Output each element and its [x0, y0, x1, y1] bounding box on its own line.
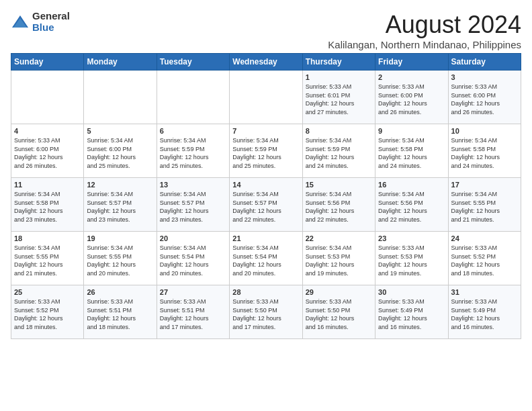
- day-number: 1: [306, 73, 372, 81]
- day-info: Sunrise: 5:33 AM Sunset: 5:49 PM Dayligh…: [378, 298, 445, 331]
- day-cell: 12Sunrise: 5:34 AM Sunset: 5:57 PM Dayli…: [84, 178, 157, 232]
- day-info: Sunrise: 5:34 AM Sunset: 5:58 PM Dayligh…: [451, 136, 518, 170]
- day-cell: 19Sunrise: 5:34 AM Sunset: 5:55 PM Dayli…: [84, 232, 157, 285]
- day-cell: 29Sunrise: 5:33 AM Sunset: 5:50 PM Dayli…: [302, 285, 375, 339]
- day-cell: 8Sunrise: 5:34 AM Sunset: 5:59 PM Daylig…: [302, 124, 375, 178]
- day-info: Sunrise: 5:34 AM Sunset: 5:53 PM Dayligh…: [306, 244, 372, 277]
- day-number: 18: [14, 234, 81, 242]
- day-cell: 22Sunrise: 5:34 AM Sunset: 5:53 PM Dayli…: [302, 232, 375, 285]
- day-cell: 28Sunrise: 5:33 AM Sunset: 5:50 PM Dayli…: [230, 285, 302, 339]
- day-number: 22: [306, 234, 372, 242]
- day-info: Sunrise: 5:34 AM Sunset: 5:56 PM Dayligh…: [378, 190, 445, 224]
- day-info: Sunrise: 5:33 AM Sunset: 5:50 PM Dayligh…: [232, 298, 299, 331]
- day-info: Sunrise: 5:34 AM Sunset: 5:57 PM Dayligh…: [232, 190, 299, 224]
- day-cell: 26Sunrise: 5:33 AM Sunset: 5:51 PM Dayli…: [84, 285, 157, 339]
- day-info: Sunrise: 5:34 AM Sunset: 5:59 PM Dayligh…: [306, 136, 372, 170]
- header-saturday: Saturday: [448, 54, 521, 71]
- day-info: Sunrise: 5:34 AM Sunset: 5:57 PM Dayligh…: [87, 190, 153, 224]
- day-number: 8: [306, 127, 372, 135]
- day-number: 17: [451, 181, 518, 189]
- day-number: 9: [378, 127, 445, 135]
- day-info: Sunrise: 5:33 AM Sunset: 5:51 PM Dayligh…: [87, 298, 153, 331]
- header-monday: Monday: [84, 54, 157, 71]
- header-thursday: Thursday: [302, 54, 375, 71]
- day-cell: 31Sunrise: 5:33 AM Sunset: 5:49 PM Dayli…: [448, 285, 521, 339]
- day-info: Sunrise: 5:33 AM Sunset: 6:01 PM Dayligh…: [306, 83, 372, 116]
- day-info: Sunrise: 5:34 AM Sunset: 5:58 PM Dayligh…: [378, 136, 445, 170]
- day-info: Sunrise: 5:34 AM Sunset: 5:56 PM Dayligh…: [306, 190, 372, 224]
- logo-general-text: General: [32, 11, 70, 22]
- day-info: Sunrise: 5:33 AM Sunset: 6:00 PM Dayligh…: [451, 83, 518, 116]
- day-cell: 11Sunrise: 5:34 AM Sunset: 5:58 PM Dayli…: [11, 178, 84, 232]
- day-cell: [84, 71, 157, 124]
- day-number: 7: [232, 127, 299, 135]
- day-cell: 18Sunrise: 5:34 AM Sunset: 5:55 PM Dayli…: [11, 232, 84, 285]
- title-block: August 2024 Kalilangan, Northern Mindana…: [328, 11, 521, 50]
- day-number: 3: [451, 73, 518, 81]
- day-number: 12: [87, 181, 153, 189]
- day-cell: 24Sunrise: 5:33 AM Sunset: 5:52 PM Dayli…: [448, 232, 521, 285]
- day-number: 20: [160, 234, 226, 242]
- day-number: 11: [14, 181, 81, 189]
- day-cell: 10Sunrise: 5:34 AM Sunset: 5:58 PM Dayli…: [448, 124, 521, 178]
- logo: General Blue: [11, 11, 70, 33]
- day-number: 5: [87, 127, 153, 135]
- header-friday: Friday: [375, 54, 448, 71]
- day-cell: 16Sunrise: 5:34 AM Sunset: 5:56 PM Dayli…: [375, 178, 448, 232]
- week-row-0: 1Sunrise: 5:33 AM Sunset: 6:01 PM Daylig…: [11, 71, 521, 124]
- day-number: 6: [160, 127, 226, 135]
- day-number: 14: [232, 181, 299, 189]
- header-wednesday: Wednesday: [230, 54, 302, 71]
- logo-icon: [11, 13, 30, 32]
- day-number: 29: [306, 288, 372, 296]
- day-info: Sunrise: 5:34 AM Sunset: 5:55 PM Dayligh…: [14, 244, 81, 277]
- logo-blue-text: Blue: [32, 22, 70, 34]
- day-number: 15: [306, 181, 372, 189]
- day-info: Sunrise: 5:33 AM Sunset: 5:50 PM Dayligh…: [306, 298, 372, 331]
- day-cell: 20Sunrise: 5:34 AM Sunset: 5:54 PM Dayli…: [157, 232, 229, 285]
- day-cell: [11, 71, 84, 124]
- day-number: 24: [451, 234, 518, 242]
- day-cell: 21Sunrise: 5:34 AM Sunset: 5:54 PM Dayli…: [230, 232, 302, 285]
- day-info: Sunrise: 5:33 AM Sunset: 5:53 PM Dayligh…: [378, 244, 445, 277]
- day-cell: 7Sunrise: 5:34 AM Sunset: 5:59 PM Daylig…: [230, 124, 302, 178]
- day-number: 19: [87, 234, 153, 242]
- day-info: Sunrise: 5:34 AM Sunset: 5:59 PM Dayligh…: [232, 136, 299, 170]
- day-info: Sunrise: 5:34 AM Sunset: 5:54 PM Dayligh…: [232, 244, 299, 277]
- month-title: August 2024: [328, 11, 521, 39]
- day-cell: 27Sunrise: 5:33 AM Sunset: 5:51 PM Dayli…: [157, 285, 229, 339]
- day-info: Sunrise: 5:33 AM Sunset: 5:52 PM Dayligh…: [14, 298, 81, 331]
- week-row-1: 4Sunrise: 5:33 AM Sunset: 6:00 PM Daylig…: [11, 124, 521, 178]
- day-number: 23: [378, 234, 445, 242]
- day-cell: [230, 71, 302, 124]
- day-cell: 13Sunrise: 5:34 AM Sunset: 5:57 PM Dayli…: [157, 178, 229, 232]
- day-number: 2: [378, 73, 445, 81]
- logo-text: General Blue: [32, 11, 70, 33]
- week-row-3: 18Sunrise: 5:34 AM Sunset: 5:55 PM Dayli…: [11, 232, 521, 285]
- day-info: Sunrise: 5:34 AM Sunset: 5:55 PM Dayligh…: [451, 190, 518, 224]
- day-info: Sunrise: 5:33 AM Sunset: 5:51 PM Dayligh…: [160, 298, 226, 331]
- week-row-4: 25Sunrise: 5:33 AM Sunset: 5:52 PM Dayli…: [11, 285, 521, 339]
- day-cell: 6Sunrise: 5:34 AM Sunset: 5:59 PM Daylig…: [157, 124, 229, 178]
- day-number: 31: [451, 288, 518, 296]
- day-number: 25: [14, 288, 81, 296]
- day-cell: 30Sunrise: 5:33 AM Sunset: 5:49 PM Dayli…: [375, 285, 448, 339]
- day-info: Sunrise: 5:33 AM Sunset: 6:00 PM Dayligh…: [14, 136, 81, 170]
- day-cell: 4Sunrise: 5:33 AM Sunset: 6:00 PM Daylig…: [11, 124, 84, 178]
- day-cell: 14Sunrise: 5:34 AM Sunset: 5:57 PM Dayli…: [230, 178, 302, 232]
- header-row: SundayMondayTuesdayWednesdayThursdayFrid…: [11, 54, 521, 71]
- day-info: Sunrise: 5:33 AM Sunset: 6:00 PM Dayligh…: [378, 83, 445, 116]
- day-cell: 15Sunrise: 5:34 AM Sunset: 5:56 PM Dayli…: [302, 178, 375, 232]
- day-info: Sunrise: 5:34 AM Sunset: 5:58 PM Dayligh…: [14, 190, 81, 224]
- day-number: 26: [87, 288, 153, 296]
- day-cell: 9Sunrise: 5:34 AM Sunset: 5:58 PM Daylig…: [375, 124, 448, 178]
- day-info: Sunrise: 5:34 AM Sunset: 6:00 PM Dayligh…: [87, 136, 153, 170]
- header-sunday: Sunday: [11, 54, 84, 71]
- calendar-body: 1Sunrise: 5:33 AM Sunset: 6:01 PM Daylig…: [11, 71, 521, 339]
- day-number: 28: [232, 288, 299, 296]
- day-number: 13: [160, 181, 226, 189]
- day-info: Sunrise: 5:33 AM Sunset: 5:52 PM Dayligh…: [451, 244, 518, 277]
- day-info: Sunrise: 5:34 AM Sunset: 5:59 PM Dayligh…: [160, 136, 226, 170]
- day-cell: 25Sunrise: 5:33 AM Sunset: 5:52 PM Dayli…: [11, 285, 84, 339]
- calendar-table: SundayMondayTuesdayWednesdayThursdayFrid…: [11, 53, 521, 339]
